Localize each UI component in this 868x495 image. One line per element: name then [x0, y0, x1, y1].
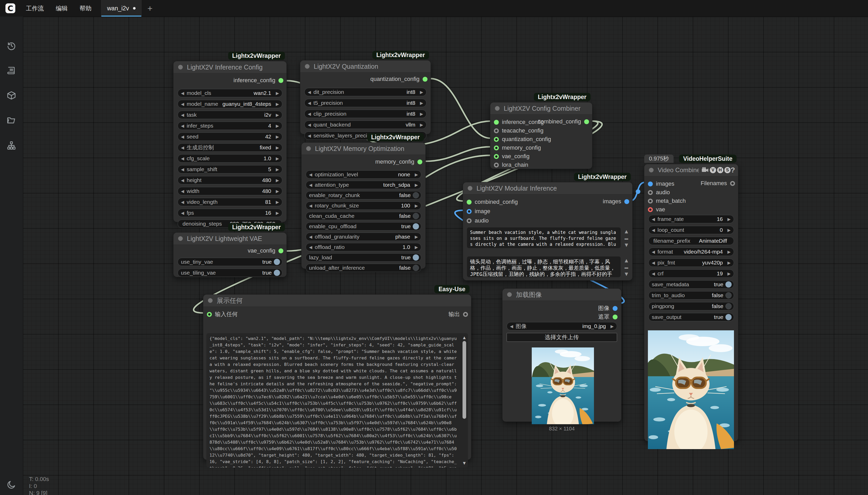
decrement-arrow-icon[interactable]: ◀	[652, 271, 658, 276]
decrement-arrow-icon[interactable]: ◀	[652, 260, 658, 265]
node-lightx2v-memory-optimization[interactable]: Lightx2vWrapper LightX2V Memory Optimiza…	[301, 142, 426, 269]
collapse-dot-icon[interactable]	[178, 65, 183, 69]
increment-arrow-icon[interactable]: ▶	[412, 234, 418, 239]
increment-arrow-icon[interactable]: ▶	[412, 172, 418, 177]
node-header[interactable]: LightX2V Config Combiner	[490, 102, 592, 115]
widget-生成后控制[interactable]: ◀生成后控制fixed▶	[178, 143, 282, 152]
menu-workflow[interactable]: 工作流	[20, 4, 50, 13]
toggle-knob[interactable]	[413, 213, 419, 219]
slot-dot-icon[interactable]	[494, 129, 499, 133]
decrement-arrow-icon[interactable]: ◀	[181, 200, 187, 205]
slot-dot-icon[interactable]	[613, 306, 618, 311]
video-preview[interactable]	[648, 330, 734, 449]
increment-arrow-icon[interactable]: ▶	[273, 91, 279, 96]
scroll-up-icon[interactable]: ▲	[462, 335, 467, 340]
slot-dot-icon[interactable]	[613, 314, 618, 320]
increment-arrow-icon[interactable]: ▶	[725, 271, 731, 276]
output-slot-图像[interactable]: 图像	[502, 305, 621, 312]
menu-help[interactable]: 帮助	[74, 4, 98, 13]
widget-quant_backend[interactable]: ◀quant_backendvllm▶	[305, 121, 427, 129]
widget-t5_precision[interactable]: ◀t5_precisionint8▶	[305, 99, 427, 107]
output-slot-memory_config[interactable]: memory_config	[376, 158, 422, 165]
node-header[interactable]: LightX2V Modular Inference	[463, 182, 632, 194]
increment-arrow-icon[interactable]: ▶	[412, 183, 418, 187]
increment-arrow-icon[interactable]: ▶	[273, 113, 279, 118]
node-header[interactable]: 展示任何	[203, 294, 471, 307]
decrement-arrow-icon[interactable]: ◀	[308, 112, 313, 116]
increment-arrow-icon[interactable]: ▶	[273, 210, 279, 216]
widget-pingpong[interactable]: pingpongfalse	[648, 302, 734, 310]
decrement-arrow-icon[interactable]: ◀	[181, 145, 187, 150]
decrement-arrow-icon[interactable]: ◀	[510, 324, 516, 329]
widget-save_metadata[interactable]: save_metadatatrue	[648, 280, 734, 289]
node-header[interactable]: 加载图像	[502, 289, 621, 301]
node-lightx2v-lightweight-vae[interactable]: Lightx2vWrapper LightX2V Lightweight VAE…	[173, 232, 287, 277]
input-slot-lora_chain[interactable]: lora_chain	[490, 161, 592, 168]
widget-unload_after_inference[interactable]: unload_after_inferencefalse	[306, 264, 421, 272]
workflow-tab-wan_i2v[interactable]: wan_i2v	[101, 0, 142, 17]
decrement-arrow-icon[interactable]: ◀	[181, 189, 187, 194]
toggle-knob[interactable]	[725, 292, 732, 298]
textarea-scroll-arrows[interactable]: ▲▬▼	[624, 228, 629, 249]
workflow-graph-icon[interactable]	[6, 140, 16, 150]
image-preview[interactable]	[532, 347, 594, 424]
node-library-cube-icon[interactable]	[6, 90, 16, 100]
theme-moon-icon[interactable]	[6, 480, 16, 490]
increment-arrow-icon[interactable]: ▶	[417, 122, 423, 127]
toggle-knob[interactable]	[274, 270, 280, 276]
toggle-knob[interactable]	[725, 314, 732, 320]
widget-seed[interactable]: ◀seed42▶	[178, 133, 282, 141]
output-slot-遮罩[interactable]: 遮罩	[502, 313, 621, 320]
output-slot-quantization_config[interactable]: quantization_config	[370, 76, 428, 83]
decrement-arrow-icon[interactable]: ◀	[652, 250, 658, 254]
increment-arrow-icon[interactable]: ▶	[273, 178, 279, 183]
widget-format[interactable]: ◀formatvideo/h264-mp4▶	[648, 248, 734, 256]
menu-edit[interactable]: 编辑	[50, 4, 74, 13]
toggle-knob[interactable]	[274, 259, 280, 265]
slot-dot-icon[interactable]	[494, 137, 499, 142]
widget-filename_prefix[interactable]: filename_prefixAnimateDiff	[648, 237, 734, 245]
decrement-arrow-icon[interactable]: ◀	[308, 90, 313, 95]
decrement-arrow-icon[interactable]: ◀	[181, 123, 187, 129]
collapse-dot-icon[interactable]	[507, 292, 512, 297]
decrement-arrow-icon[interactable]: ◀	[309, 172, 315, 177]
folder-icon[interactable]	[6, 115, 16, 125]
widget-rotary_chunk_size[interactable]: ◀rotary_chunk_size100▶	[306, 202, 421, 210]
slot-dot-icon[interactable]	[624, 199, 629, 204]
node-header[interactable]: LightX2V Memory Optimization	[301, 142, 426, 155]
decrement-arrow-icon[interactable]: ◀	[181, 167, 187, 172]
node-header[interactable]: LightX2V Lightweight VAE	[173, 233, 287, 245]
input-slot-teacache_config[interactable]: teacache_config	[490, 127, 592, 134]
decrement-arrow-icon[interactable]: ◀	[309, 234, 315, 239]
widget-offload_ratio[interactable]: ◀offload_ratio1.0▶	[306, 243, 421, 251]
decrement-arrow-icon[interactable]: ◀	[652, 228, 658, 233]
slot-dot-icon[interactable]	[584, 119, 589, 124]
decrement-arrow-icon[interactable]: ◀	[309, 245, 315, 250]
slot-dot-icon[interactable]	[648, 199, 653, 204]
negative-prompt-textarea[interactable]: 镜头晃动，色调艳丽，过曝，静态，细节模糊不清，字幕，风格，作品，画作，画面，静止…	[467, 256, 621, 277]
increment-arrow-icon[interactable]: ▶	[412, 245, 418, 250]
increment-arrow-icon[interactable]: ▶	[725, 217, 731, 222]
increment-arrow-icon[interactable]: ▶	[273, 123, 279, 129]
slot-dot-icon[interactable]	[467, 209, 472, 214]
toggle-knob[interactable]	[413, 254, 419, 261]
input-slot-meta_batch[interactable]: meta_batch	[644, 198, 738, 204]
widget-pix_fmt[interactable]: ◀pix_fmtyuv420p▶	[648, 258, 734, 267]
widget-width[interactable]: ◀width480▶	[178, 187, 282, 195]
history-icon[interactable]	[6, 41, 16, 51]
output-slot-show-output[interactable]: 输出	[449, 310, 468, 318]
widget-optimization_level[interactable]: ◀optimization_levelnone▶	[306, 170, 421, 179]
input-slot-audio[interactable]: audio	[463, 217, 632, 224]
decrement-arrow-icon[interactable]: ◀	[308, 122, 313, 127]
decrement-arrow-icon[interactable]: ◀	[181, 102, 187, 106]
input-slot-memory_config[interactable]: memory_config	[490, 144, 592, 151]
decrement-arrow-icon[interactable]: ◀	[309, 203, 315, 208]
increment-arrow-icon[interactable]: ▶	[273, 200, 279, 205]
decrement-arrow-icon[interactable]: ◀	[309, 183, 315, 187]
widget-crf[interactable]: ◀crf19▶	[648, 269, 734, 278]
increment-arrow-icon[interactable]: ▶	[608, 324, 614, 329]
scroll-down-icon[interactable]: ▼	[462, 460, 467, 466]
slot-dot-icon[interactable]	[467, 218, 472, 223]
node-header[interactable]: LightX2V Inference Config	[173, 61, 287, 73]
decrement-arrow-icon[interactable]: ◀	[308, 133, 313, 138]
